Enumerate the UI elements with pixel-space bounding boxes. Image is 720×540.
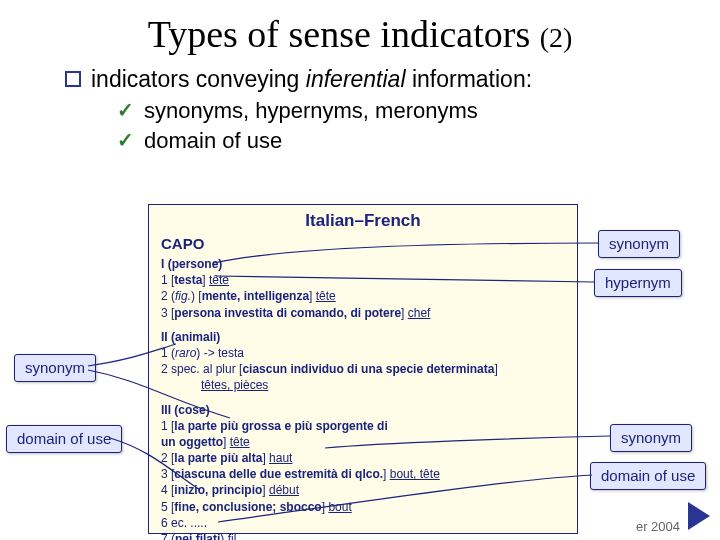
t: fine, conclusione; sbocco [174,500,321,514]
group-head: III (cose) [161,403,210,417]
t: 4 [ [161,483,174,497]
check-icon: ✓ [117,128,135,152]
t: ] [262,483,269,497]
t: raro [175,346,196,360]
sense-group-1: I (persone) 1 [testa] tête 2 (fig.) [men… [149,256,577,321]
t: 3 [ [161,306,174,320]
bullet-prefix: indicators conveying [91,66,306,92]
square-bullet-icon [65,71,81,87]
t: 1 [ [161,273,174,287]
group-head: I (persone) [161,257,222,271]
t: ] [401,306,408,320]
t: 1 [ [161,419,174,433]
next-slide-button[interactable] [688,502,710,530]
sense-group-2: II (animali) 1 (raro) -> testa 2 spec. a… [149,329,577,394]
translation: fil [228,532,237,540]
translation: tête [230,435,250,449]
bullet-text: indicators conveying inferential informa… [91,66,532,94]
t: nei filati [175,532,220,540]
translation: haut [269,451,292,465]
t: 2 ( [161,289,175,303]
callout-synonym-bottom-right: synonym [610,424,692,452]
group-head: II (animali) [161,330,220,344]
t: ) [ [191,289,202,303]
translation: tête [316,289,336,303]
callout-synonym-top-right: synonym [598,230,680,258]
t: ] [494,362,497,376]
t: testa [174,273,202,287]
translation: chef [408,306,431,320]
t: persona investita di comando, di potere [174,306,401,320]
bullet-main: indicators conveying inferential informa… [65,66,720,94]
sense-group-3: III (cose) 1 [la parte più grossa e più … [149,402,577,541]
t: la parte più grossa e più sporgente di [174,419,387,433]
t: ] [309,289,316,303]
sub-bullet-1-text: synonyms, hypernyms, meronyms [144,98,478,124]
t: fig. [175,289,191,303]
t: 7 ( [161,532,175,540]
t: ) [220,532,227,540]
t: ] [383,467,390,481]
t: 6 ec. ..... [161,516,207,530]
dictionary-frame: Italian–French CAPO I (persone) 1 [testa… [148,204,578,534]
t: 1 ( [161,346,175,360]
translation: tête [209,273,229,287]
callout-domain-right: domain of use [590,462,706,490]
t: 2 spec. al plur [ [161,362,242,376]
sub-bullet-2: ✓ domain of use [65,128,720,154]
sub-bullet-1: ✓ synonyms, hypernyms, meronyms [65,98,720,124]
callout-synonym-left: synonym [14,354,96,382]
callout-domain-left: domain of use [6,425,122,453]
translation: début [269,483,299,497]
check-icon: ✓ [117,98,135,122]
bullet-italic: inferential [306,66,406,92]
t: 5 [ [161,500,174,514]
title-part-number: (2) [540,22,573,53]
t: la parte più alta [174,451,262,465]
frame-title: Italian–French [149,205,577,233]
callout-hypernym: hypernym [594,269,682,297]
t: ciascuna delle due estremità di qlco. [174,467,383,481]
t: 3 [ [161,467,174,481]
t: un oggetto [161,435,223,449]
slide: Types of sense indicators (2) indicators… [0,0,720,540]
t: ciascun individuo di una specie determin… [242,362,494,376]
footer-text: er 2004 [636,519,680,534]
translation: têtes, pièces [201,378,268,392]
sub-bullet-2-text: domain of use [144,128,282,154]
headword: CAPO [149,233,577,256]
t: ] [223,435,230,449]
title-main: Types of sense indicators [148,13,540,55]
bullet-suffix: information: [406,66,533,92]
body: indicators conveying inferential informa… [0,66,720,154]
t: inizio, principio [174,483,262,497]
t: ) -> testa [196,346,244,360]
t: 2 [ [161,451,174,465]
translation: bout [328,500,351,514]
t: mente, intelligenza [202,289,309,303]
slide-title: Types of sense indicators (2) [0,0,720,62]
translation: bout, tête [390,467,440,481]
